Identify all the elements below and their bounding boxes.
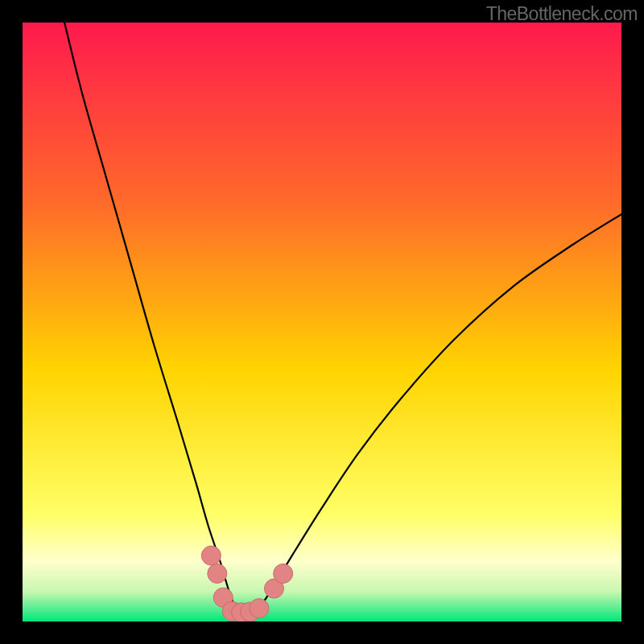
plot-area: [23, 23, 621, 621]
gradient-background: [23, 23, 621, 621]
highlight-marker: [208, 564, 227, 583]
highlight-marker: [201, 546, 221, 565]
chart-frame: TheBottleneck.com: [0, 0, 644, 644]
watermark-text: TheBottleneck.com: [486, 3, 638, 25]
highlight-marker: [274, 564, 293, 583]
highlight-marker: [250, 599, 269, 618]
chart-svg: [23, 23, 621, 621]
